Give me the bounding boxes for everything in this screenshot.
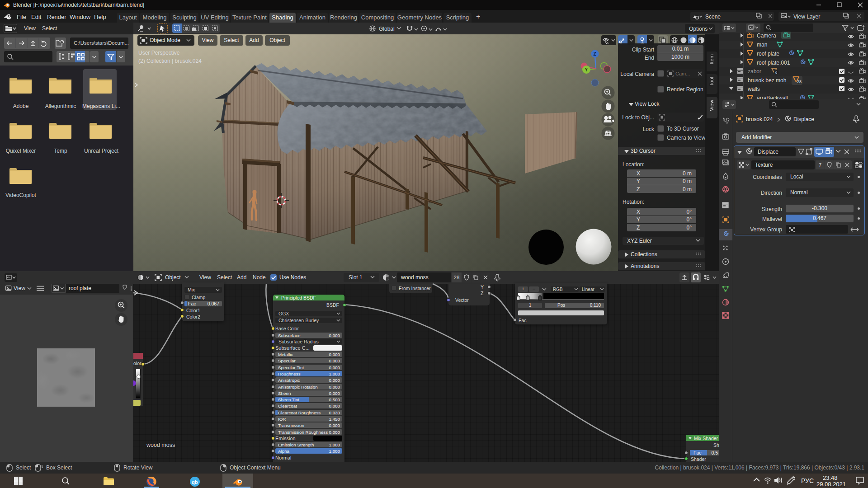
svg-text:Z: Z — [594, 52, 596, 56]
svg-text:Y: Y — [585, 67, 588, 72]
svg-text:User Perspective: User Perspective — [138, 50, 180, 56]
svg-text:qb: qb — [192, 479, 198, 485]
svg-text:zabor: zabor — [748, 68, 761, 75]
svg-text:brusok bez moh: brusok bez moh — [748, 77, 786, 84]
svg-text:(2) Collection | brusok.024: (2) Collection | brusok.024 — [138, 58, 202, 64]
svg-text:man: man — [757, 42, 767, 48]
svg-text:Cam...: Cam... — [675, 71, 690, 76]
svg-text:6: 6 — [775, 70, 778, 75]
svg-text:28: 28 — [797, 80, 802, 84]
svg-text:arraBackwall: arraBackwall — [757, 95, 788, 99]
svg-text:Camera: Camera — [757, 33, 776, 39]
svg-text:roof plate.001: roof plate.001 — [757, 60, 790, 66]
svg-text:walls: walls — [747, 86, 760, 92]
svg-text:roof plate: roof plate — [757, 51, 779, 57]
